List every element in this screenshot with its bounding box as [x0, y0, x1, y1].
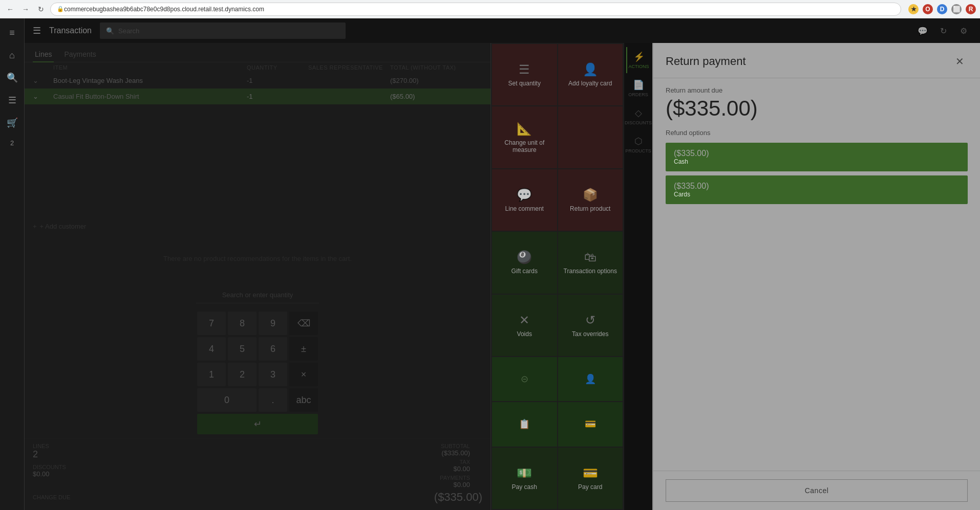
- table-row[interactable]: ⌄ Casual Fit Button-Down Shirt -1 ($65.0…: [25, 88, 491, 104]
- browser-icon-user[interactable]: R: [966, 4, 976, 14]
- actions-icon: ⚡: [633, 51, 645, 62]
- browser-icon-star[interactable]: ★: [908, 4, 919, 14]
- side-icon-products[interactable]: ⬡ PRODUCTS: [626, 131, 651, 158]
- pay-card-label: Pay card: [578, 483, 602, 491]
- change-unit-label: Change unit of measure: [496, 139, 553, 153]
- side-icon-orders[interactable]: 📄 ORDERS: [626, 75, 651, 101]
- numpad-enter[interactable]: ↵: [197, 414, 318, 434]
- pay-cash-button[interactable]: 💵 Pay cash: [492, 448, 557, 509]
- numpad-9[interactable]: 9: [259, 312, 287, 335]
- search-icon: 🔍: [106, 27, 114, 35]
- forward-button[interactable]: →: [19, 3, 32, 15]
- numpad-backspace[interactable]: ⌫: [289, 312, 318, 335]
- sidebar-nav3[interactable]: ☰: [2, 90, 23, 110]
- return-panel: Return payment ✕ Return amount due ($335…: [652, 43, 980, 510]
- numpad-0[interactable]: 0: [197, 388, 257, 412]
- pay-cash-icon: 💵: [517, 466, 532, 480]
- url-bar[interactable]: 🔒 commercebugbashea9b6abc78e0c9d8pos.clo…: [50, 3, 901, 16]
- sidebar-nav2[interactable]: 🔍: [2, 68, 23, 88]
- side-icons: ⚡ ACTIONS 📄 ORDERS ◇ DISCOUNTS ⬡ PRODUCT…: [624, 43, 652, 510]
- refund-option-cards[interactable]: ($335.00) Cards: [666, 175, 968, 204]
- small-icon-2: 👤: [585, 373, 596, 385]
- add-loyalty-button[interactable]: 👤 Add loyalty card: [558, 44, 623, 105]
- back-button[interactable]: ←: [4, 3, 16, 15]
- search-placeholder: Search: [118, 27, 139, 35]
- numpad-plusminus[interactable]: ±: [289, 337, 318, 361]
- qty-2: -1: [247, 93, 308, 100]
- sidebar-nav1[interactable]: ⌂: [2, 45, 23, 65]
- small-btn-4[interactable]: 💳: [558, 402, 623, 446]
- add-loyalty-label: Add loyalty card: [568, 80, 612, 87]
- sidebar-nav4[interactable]: 🛒: [2, 113, 23, 133]
- small-icon-3: 📋: [519, 418, 530, 430]
- cancel-button[interactable]: Cancel: [666, 479, 968, 502]
- refund-options-label: Refund options: [653, 129, 980, 141]
- add-customer-button[interactable]: + + Add customer: [25, 218, 491, 234]
- no-recs-message: There are no product recommendations for…: [25, 234, 491, 283]
- numpad-abc[interactable]: abc: [289, 388, 318, 412]
- search-bar[interactable]: 🔍 Search: [100, 23, 346, 39]
- browser-icon-ext2[interactable]: D: [937, 4, 947, 14]
- sidebar-home[interactable]: ≡: [2, 23, 23, 43]
- pay-cash-label: Pay cash: [512, 483, 537, 491]
- chat-icon[interactable]: 💬: [914, 23, 931, 39]
- add-loyalty-icon: 👤: [583, 62, 598, 77]
- table-row[interactable]: ⌄ Boot-Leg Vintage Wash Jeans -1 ($270.0…: [25, 73, 491, 88]
- tax-overrides-button[interactable]: ↺ Tax overrides: [558, 295, 623, 356]
- total-1: ($270.00): [390, 77, 482, 84]
- subtotal-value: ($335.00): [440, 449, 470, 457]
- left-sidebar: ≡ ⌂ 🔍 ☰ 🛒 2: [0, 18, 25, 510]
- col-rep: SALES REPRESENTATIVE: [308, 64, 390, 71]
- browser-icons: ★ O D ⬜ R: [908, 4, 976, 14]
- numpad-6[interactable]: 6: [259, 337, 287, 361]
- tax-label: TAX: [440, 459, 470, 465]
- browser-icon-ext1[interactable]: O: [923, 4, 933, 14]
- return-title: Return payment: [666, 55, 746, 68]
- voids-button[interactable]: ✕ Voids: [492, 295, 557, 356]
- total-2: ($65.00): [390, 93, 482, 100]
- settings-icon[interactable]: ⚙: [955, 23, 972, 39]
- close-return-button[interactable]: ✕: [951, 53, 968, 70]
- numpad-multiply[interactable]: ×: [289, 363, 318, 386]
- numpad-7[interactable]: 7: [197, 312, 226, 335]
- url-text: commercebugbashea9b6abc78e0c9d8pos.cloud…: [64, 6, 264, 13]
- tab-lines[interactable]: Lines: [33, 47, 54, 62]
- numpad-4[interactable]: 4: [197, 337, 226, 361]
- set-quantity-button[interactable]: ☰ Set quantity: [492, 44, 557, 105]
- item-name-2: Casual Fit Button-Down Shirt: [53, 93, 247, 100]
- search-qty-input[interactable]: [196, 287, 319, 303]
- gift-cards-button[interactable]: 🎱 Gift cards: [492, 232, 557, 293]
- numpad-2[interactable]: 2: [228, 363, 257, 386]
- numpad-3[interactable]: 3: [259, 363, 287, 386]
- small-btn-2[interactable]: 👤: [558, 357, 623, 401]
- transaction-options-label: Transaction options: [564, 268, 617, 275]
- refresh-icon[interactable]: ↻: [935, 23, 951, 39]
- tax-value: $0.00: [440, 465, 470, 473]
- numpad-1[interactable]: 1: [197, 363, 226, 386]
- side-icon-discounts[interactable]: ◇ DISCOUNTS: [626, 103, 651, 129]
- browser-bar: ← → ↻ 🔒 commercebugbashea9b6abc78e0c9d8p…: [0, 0, 980, 18]
- discounts-label: DISCOUNTS: [33, 464, 66, 470]
- menu-icon[interactable]: ☰: [33, 25, 41, 36]
- browser-icon-ext3[interactable]: ⬜: [951, 4, 962, 14]
- numpad-dot[interactable]: .: [259, 388, 287, 412]
- transaction-options-button[interactable]: 🛍 Transaction options: [558, 232, 623, 293]
- products-label: PRODUCTS: [625, 148, 651, 153]
- small-btn-3[interactable]: 📋: [492, 402, 557, 446]
- return-product-button[interactable]: 📦 Return product: [558, 169, 623, 231]
- reload-button[interactable]: ↻: [35, 3, 47, 15]
- subtotal-label: SUBTOTAL: [440, 443, 470, 449]
- refund-option-cash[interactable]: ($335.00) Cash: [666, 143, 968, 171]
- side-icon-actions[interactable]: ⚡ ACTIONS: [626, 47, 651, 73]
- numpad-8[interactable]: 8: [228, 312, 257, 335]
- totals-bar: LINES 2 DISCOUNTS $0.00 SUBTOTAL ($335.0…: [25, 438, 491, 510]
- small-btn-1[interactable]: ⊝: [492, 357, 557, 401]
- products-icon: ⬡: [634, 136, 643, 147]
- numpad-5[interactable]: 5: [228, 337, 257, 361]
- payments-label: PAYMENTS: [440, 475, 470, 481]
- line-comment-button[interactable]: 💬 Line comment: [492, 169, 557, 231]
- tab-payments[interactable]: Payments: [62, 47, 98, 62]
- change-unit-button[interactable]: 📐 Change unit of measure: [492, 106, 557, 168]
- pay-card-button[interactable]: 💳 Pay card: [558, 448, 623, 509]
- top-bar-icons: 💬 ↻ ⚙: [914, 23, 972, 39]
